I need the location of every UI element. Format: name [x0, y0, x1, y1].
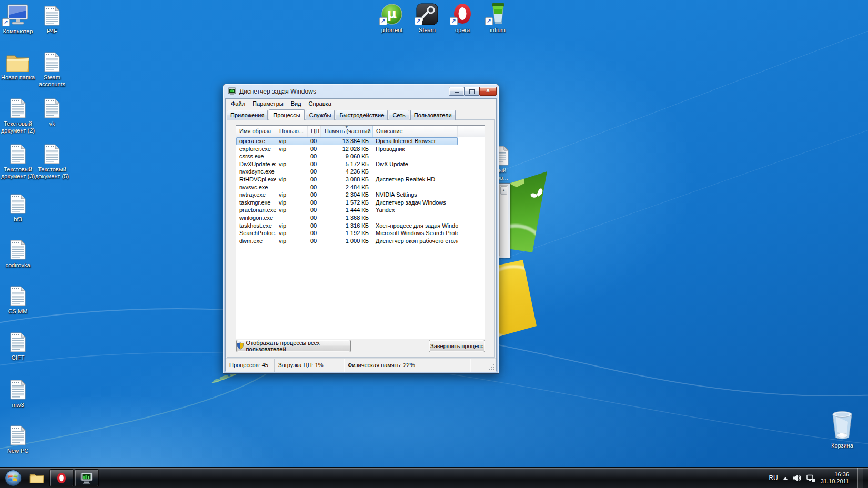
- scrollbar-track[interactable]: ▲: [499, 185, 508, 256]
- desktop-icon[interactable]: CS MM: [0, 284, 37, 315]
- process-cpu: 00: [308, 214, 321, 222]
- scrollbar-up-button[interactable]: ▲: [500, 186, 507, 195]
- column-header-cpu[interactable]: ЦП: [308, 126, 321, 137]
- desktop-icon[interactable]: Текстовый документ (3): [0, 143, 37, 180]
- process-row[interactable]: praetorian.exevip001 444 КБYandex: [236, 206, 485, 214]
- desktop-icon[interactable]: ↗opera: [443, 3, 481, 34]
- show-desktop-button[interactable]: [857, 468, 863, 488]
- clock[interactable]: 16:36 31.10.2011: [821, 471, 851, 485]
- language-indicator[interactable]: RU: [769, 474, 778, 482]
- recycle-bin[interactable]: Корзина: [823, 419, 861, 449]
- end-process-button[interactable]: Завершить процесс: [429, 340, 485, 352]
- textdoc-icon: [33, 50, 71, 73]
- tab-users[interactable]: Пользователи: [410, 110, 456, 120]
- column-header-description[interactable]: Описание: [373, 126, 458, 137]
- desktop-icon[interactable]: ↗Steam: [408, 3, 446, 34]
- desktop-icon-label: bf3: [0, 216, 37, 223]
- resize-grip[interactable]: [489, 364, 495, 370]
- desktop-icon[interactable]: mw3: [0, 378, 37, 409]
- desktop-icon[interactable]: vk: [33, 97, 71, 127]
- process-row[interactable]: nvtray.exevip002 304 КБNVIDIA Settings: [236, 191, 485, 199]
- process-cpu: 00: [308, 199, 321, 207]
- window-title: Диспетчер задач Windows: [239, 88, 316, 95]
- status-process-count: Процессов: 45: [226, 359, 275, 372]
- desktop-icon[interactable]: Текстовый документ (5): [33, 143, 71, 180]
- column-header-filler: [458, 126, 485, 137]
- process-name: csrss.exe: [236, 152, 276, 160]
- menu-file[interactable]: Файл: [227, 99, 249, 108]
- svg-text:µ: µ: [387, 6, 397, 22]
- menu-options[interactable]: Параметры: [249, 99, 287, 108]
- desktop-icon[interactable]: ↗Компьютер: [0, 4, 37, 35]
- desktop-icon[interactable]: P4F: [33, 4, 71, 35]
- utorrent-icon: µ↗: [373, 3, 411, 25]
- hidden-icons-chevron-icon[interactable]: [783, 477, 788, 480]
- taskbar-explorer-button[interactable]: [25, 470, 48, 486]
- textdoc-icon: [0, 97, 37, 119]
- column-header-user[interactable]: Пользо...: [276, 126, 308, 137]
- process-row[interactable]: csrss.exe009 060 КБ: [236, 152, 485, 160]
- process-row[interactable]: SearchProtoc...vip001 192 КБMicrosoft Wi…: [236, 229, 485, 237]
- volume-icon[interactable]: [793, 474, 801, 482]
- process-name: SearchProtoc...: [236, 229, 276, 237]
- tab-applications[interactable]: Приложения: [227, 110, 268, 120]
- maximize-button[interactable]: [464, 87, 480, 96]
- process-user: [276, 214, 308, 222]
- desktop-icon[interactable]: bf3: [0, 192, 37, 223]
- process-row[interactable]: taskmgr.exevip001 572 КБДиспетчер задач …: [236, 199, 485, 207]
- desktop-icon[interactable]: ↗infium: [479, 3, 517, 34]
- process-desc: [373, 214, 458, 222]
- process-row[interactable]: dwm.exevip001 000 КБДиспетчер окон рабоч…: [236, 237, 485, 245]
- process-row[interactable]: RtHDVCpl.exevip003 088 КБДиспетчер Realt…: [236, 176, 485, 184]
- end-process-label: Завершить процесс: [430, 343, 483, 349]
- process-cpu: 00: [308, 184, 321, 191]
- desktop-icon[interactable]: GIFT: [0, 331, 37, 361]
- column-header-image-name[interactable]: Имя образа: [236, 126, 276, 137]
- close-button[interactable]: ✕: [479, 87, 497, 96]
- network-icon[interactable]: [806, 474, 815, 482]
- process-desc: Хост-процесс для задач Windows: [373, 222, 458, 230]
- taskbar-task-manager-button[interactable]: [75, 469, 99, 487]
- process-mem: 1 000 КБ: [321, 237, 373, 245]
- tab-performance[interactable]: Быстродействие: [336, 110, 388, 120]
- desktop-icon-label: Корзина: [823, 442, 861, 449]
- minimize-button[interactable]: [449, 87, 465, 96]
- process-desc: Диспетчер задач Windows: [373, 199, 458, 207]
- process-user: vip: [276, 137, 308, 145]
- process-row[interactable]: nvvsvc.exe002 484 КБ: [236, 184, 485, 191]
- process-row-cells: winlogon.exe001 368 КБ: [236, 214, 458, 222]
- textdoc-icon: [33, 97, 71, 119]
- desktop-icon-label: Текстовый документ (2): [0, 120, 37, 134]
- task-manager-icon: [80, 472, 94, 484]
- process-row[interactable]: DivXUpdate.exevip005 172 КБDivX Update: [236, 160, 485, 168]
- process-row[interactable]: winlogon.exe001 368 КБ: [236, 214, 485, 222]
- menu-help[interactable]: Справка: [305, 99, 335, 108]
- process-row[interactable]: nvxdsync.exe004 236 КБ: [236, 168, 485, 176]
- desktop-icon-label: Компьютер: [0, 28, 37, 35]
- process-user: vip: [276, 160, 308, 168]
- process-user: vip: [276, 229, 308, 237]
- desktop-icon[interactable]: Steam acconunts: [33, 50, 71, 88]
- shortcut-arrow-icon: ↗: [379, 17, 387, 25]
- menu-view[interactable]: Вид: [287, 99, 305, 108]
- taskbar-opera-button[interactable]: [49, 469, 74, 487]
- process-row[interactable]: taskhost.exevip001 316 КБХост-процесс дл…: [236, 222, 485, 230]
- process-row[interactable]: opera.exevip0013 364 КБOpera Internet Br…: [236, 137, 485, 145]
- column-header-memory[interactable]: ▼Память (частный ...: [321, 126, 373, 137]
- desktop-icon[interactable]: codirovka: [0, 238, 37, 269]
- desktop-icon[interactable]: µ↗µTorrent: [373, 3, 411, 34]
- desktop-icon[interactable]: Текстовый документ (2): [0, 97, 37, 134]
- tab-services[interactable]: Службы: [306, 110, 335, 120]
- process-desc: Диспетчер Realtek HD: [373, 176, 458, 184]
- tab-processes[interactable]: Процессы: [269, 109, 304, 120]
- process-desc: Microsoft Windows Search Protoc...: [373, 229, 458, 237]
- process-row-cells: RtHDVCpl.exevip003 088 КБДиспетчер Realt…: [236, 176, 458, 184]
- show-all-processes-button[interactable]: Отображать процессы всех пользователей: [236, 340, 351, 352]
- desktop-icon[interactable]: New PC: [0, 424, 37, 454]
- process-row-cells: nvxdsync.exe004 236 КБ: [236, 168, 458, 176]
- tab-networking[interactable]: Сеть: [389, 110, 409, 120]
- process-row[interactable]: explorer.exevip0012 028 КБПроводник: [236, 145, 485, 153]
- desktop-icon[interactable]: Новая папка: [0, 50, 37, 81]
- start-button[interactable]: [2, 469, 25, 487]
- steam-icon: ↗: [408, 3, 446, 25]
